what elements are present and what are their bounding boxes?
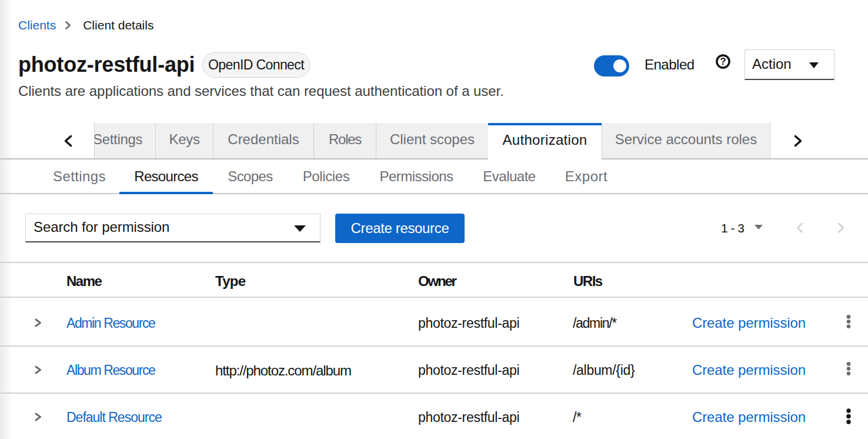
svg-text:?: ? xyxy=(720,56,726,66)
